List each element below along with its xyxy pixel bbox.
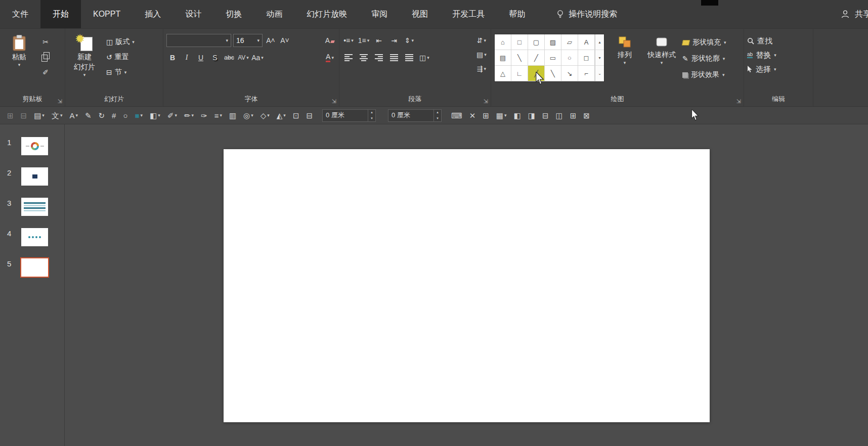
justify-button[interactable] xyxy=(388,51,400,64)
shape-connector[interactable]: ⌐ xyxy=(578,66,595,81)
align-objects-button[interactable]: ≡▾ xyxy=(212,108,224,122)
tab-koppt[interactable]: KOPPT xyxy=(81,0,133,28)
shape-arrow[interactable]: ↘ xyxy=(561,66,578,81)
distribute-text-button[interactable] xyxy=(403,51,415,64)
paste-button[interactable]: 粘贴 ▾ xyxy=(3,34,35,94)
slide-thumbnail-2[interactable]: 2 xyxy=(0,167,64,186)
tell-me-search[interactable]: 操作说明搜索 xyxy=(556,0,617,28)
layout-right-button[interactable]: ◨ xyxy=(526,108,537,122)
tab-view[interactable]: 视图 xyxy=(400,0,440,28)
slide-thumbnail-5[interactable]: 5 xyxy=(0,258,64,277)
keyboard-button[interactable]: ⌨ xyxy=(449,108,464,122)
shape-outline-button[interactable]: ✎ 形状轮廓 ▾ xyxy=(682,52,726,66)
shape-line[interactable]: ╲ xyxy=(511,50,528,66)
underline-button[interactable]: U xyxy=(195,51,207,64)
tab-help[interactable]: 帮助 xyxy=(497,0,537,28)
shape-fill-button[interactable]: 形状填充 ▾ xyxy=(682,35,726,50)
shape-oval[interactable]: ○ xyxy=(561,50,578,66)
numbering-button[interactable]: 1≡▾ xyxy=(358,34,370,47)
oval-tool-button[interactable]: ○ xyxy=(121,108,129,122)
tab-review[interactable]: 审阅 xyxy=(359,0,400,28)
shape-placeholder[interactable]: ▤ xyxy=(495,50,511,66)
cut-button[interactable]: ✂ xyxy=(39,35,52,49)
shape-scribble[interactable]: ⌂ xyxy=(495,34,511,50)
copy-button[interactable] xyxy=(39,51,52,64)
pen-button[interactable]: ✎ xyxy=(83,108,94,122)
tab-file[interactable]: 文件 xyxy=(0,0,40,28)
change-case-button[interactable]: Aa▾ xyxy=(251,51,264,64)
shape-square[interactable]: □ xyxy=(511,34,528,50)
gallery-scroll-down-icon[interactable]: ▾ xyxy=(595,50,604,66)
text-placeholder-button[interactable]: ▤▾ xyxy=(32,108,47,122)
bring-forward-button[interactable]: ⊡ xyxy=(291,108,301,122)
spinner-up-icon[interactable]: ▴ xyxy=(368,110,375,116)
shape-intersect-button[interactable]: ◎▾ xyxy=(241,108,255,122)
reset-button[interactable]: ↺重置 xyxy=(105,51,136,64)
chart-button[interactable]: ▥ xyxy=(227,108,238,122)
layout-button[interactable]: ◫版式▾ xyxy=(105,35,136,49)
horizontal-position-spinner[interactable]: 0 厘米 ▴ ▾ xyxy=(322,109,376,122)
shape-effects-button[interactable]: 形状效果 ▾ xyxy=(682,68,726,82)
flip-button[interactable]: ◭▾ xyxy=(275,108,288,122)
bullets-button[interactable]: •≡▾ xyxy=(342,34,355,47)
bold-button[interactable]: B xyxy=(166,51,179,64)
layout-left-button[interactable]: ◧ xyxy=(512,108,523,122)
tab-transitions[interactable]: 切换 xyxy=(213,0,254,28)
format-painter-button[interactable]: ✐ xyxy=(39,66,52,79)
spinner-down-icon[interactable]: ▾ xyxy=(434,115,441,121)
spinner-up-icon[interactable]: ▴ xyxy=(434,110,441,116)
fill-color-button[interactable]: ◧▾ xyxy=(148,108,162,122)
paragraph-dialog-launcher[interactable]: ⇲ xyxy=(484,99,488,104)
drawing-dialog-launcher[interactable]: ⇲ xyxy=(736,99,741,104)
shape-triangle[interactable]: △ xyxy=(495,66,511,81)
highlighter-button[interactable]: ✏▾ xyxy=(182,108,196,122)
table-style-button[interactable]: ▦▾ xyxy=(494,108,509,122)
character-spacing-button[interactable]: AV▾ xyxy=(237,51,249,64)
align-text-button[interactable]: ▤▾ xyxy=(475,48,488,61)
arrange-button[interactable]: 排列 ▾ xyxy=(609,34,641,94)
rotate-button[interactable]: ↻ xyxy=(97,108,107,122)
grid-button[interactable]: # xyxy=(110,108,118,122)
font-dialog-launcher[interactable]: ⇲ xyxy=(332,99,336,104)
shape-line-3[interactable]: ╲ xyxy=(545,66,561,81)
select-button[interactable]: 选择 ▾ xyxy=(747,62,810,76)
font-size-combo[interactable]: 16 ▾ xyxy=(233,34,263,47)
shape-diagonal[interactable]: ▨ xyxy=(545,34,561,50)
new-slide-button[interactable]: ✹ 新建 幻灯片 ▾ xyxy=(68,34,101,94)
shape-textbox[interactable]: A xyxy=(578,34,595,50)
text-direction-button[interactable]: ⇵▾ xyxy=(475,34,488,47)
text-style-button[interactable]: 文▾ xyxy=(50,108,65,122)
quick-styles-button[interactable]: 快速样式 ▾ xyxy=(645,34,678,94)
clipboard-dialog-launcher[interactable]: ⇲ xyxy=(58,99,62,104)
shape-rectangle[interactable]: ▭ xyxy=(545,50,561,66)
tab-insert[interactable]: 插入 xyxy=(133,0,173,28)
font-style-button[interactable]: A▾ xyxy=(67,108,80,122)
tab-slideshow[interactable]: 幻灯片放映 xyxy=(294,0,359,28)
slide-canvas[interactable] xyxy=(224,149,710,422)
strikethrough-button[interactable]: abc xyxy=(223,51,235,64)
shape-elbow[interactable]: ∟ xyxy=(511,66,528,81)
tab-developer[interactable]: 开发工具 xyxy=(440,0,497,28)
replace-button[interactable]: ab 替换 ▾ xyxy=(747,48,810,62)
gallery-scroll-up-icon[interactable]: ▴ xyxy=(595,34,604,50)
spinner-down-icon[interactable]: ▾ xyxy=(368,115,375,121)
table-button[interactable]: ⊞ xyxy=(481,108,491,122)
align-right-button[interactable] xyxy=(373,51,385,64)
split-cells-button[interactable]: ⊠ xyxy=(581,108,592,122)
line-spacing-button[interactable]: ⇕▾ xyxy=(403,34,415,47)
delete-button[interactable]: ✕ xyxy=(467,108,478,122)
theme-color-button[interactable]: ■▾ xyxy=(133,108,145,122)
gallery-more-icon[interactable]: ⌄ xyxy=(595,66,604,81)
shape-parallelogram[interactable]: ▱ xyxy=(561,34,578,50)
shape-rounded-square[interactable]: ▢ xyxy=(528,34,545,50)
align-left-button[interactable] xyxy=(342,51,355,64)
tab-design[interactable]: 设计 xyxy=(173,0,213,28)
clear-formatting-button[interactable]: A xyxy=(324,34,336,47)
decrease-font-size-button[interactable]: A˅ xyxy=(279,34,291,47)
tab-animations[interactable]: 动画 xyxy=(254,0,294,28)
slide-thumbnail-3[interactable]: 3 xyxy=(0,198,64,216)
shape-freeform-highlighted[interactable]: ╱ xyxy=(528,66,545,81)
shape-rounded-rect[interactable]: ◻ xyxy=(578,50,595,66)
slide-thumbnail-4[interactable]: 4 xyxy=(0,228,64,246)
italic-button[interactable]: I xyxy=(181,51,193,64)
